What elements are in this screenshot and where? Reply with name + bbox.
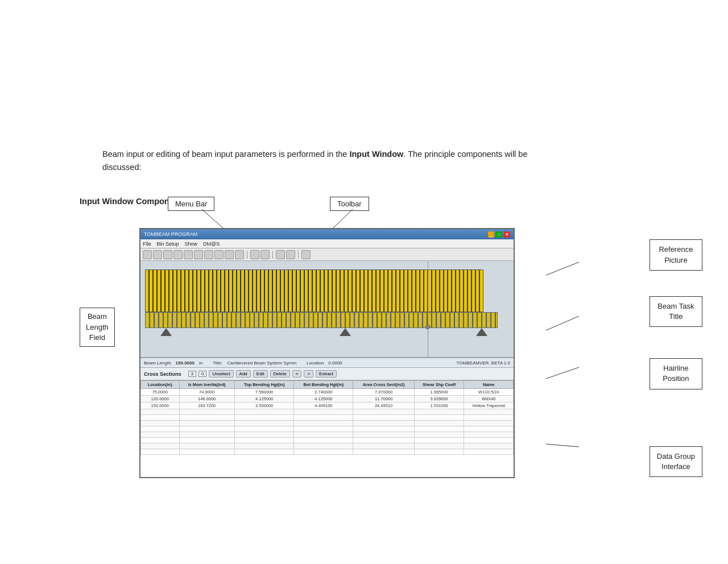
toolbar-icon-3[interactable] (163, 250, 172, 259)
title-label: Title: (213, 360, 222, 366)
table-row-empty (141, 421, 514, 426)
cell-loc-3: 150.0000 (141, 403, 180, 409)
table-row-empty (141, 432, 514, 438)
cell-shear-1: 1.965000 (414, 389, 464, 396)
beam-length-unit: in (199, 360, 202, 366)
toolbar-icon-13[interactable] (276, 250, 285, 259)
page-container: Beam input or editing of beam input para… (0, 0, 728, 564)
table-row[interactable]: 150.0000 183.7200 3.500000 4.409100 24.4… (141, 403, 514, 409)
svg-line-6 (546, 444, 579, 447)
cell-area-1: 7.070000 (353, 389, 415, 396)
data-table: Location(in) Iz Mom Inertia(in4) Top Ben… (140, 380, 514, 455)
col-iz-mom: Iz Mom Inertia(in4) (179, 381, 234, 389)
close-button[interactable]: ✕ (504, 231, 510, 238)
menu-bar-callout: Menu Bar (168, 197, 214, 211)
toolbar-icon-6[interactable] (194, 250, 203, 259)
cs-number1: 3 (188, 371, 196, 377)
toolbar-icon-10[interactable] (235, 250, 244, 259)
cross-sections-panel: Cross Sections 3 0 Unselect Add Edit Del… (140, 368, 514, 380)
cs-number2: 0 (198, 371, 206, 377)
minimize-button[interactable]: _ (488, 231, 494, 238)
cell-area-2: 11.70000 (353, 396, 415, 403)
beam-visualization (140, 261, 514, 358)
cell-shear-3: 1.531000 (414, 403, 464, 409)
support-right (476, 328, 487, 337)
prev-button[interactable]: < (292, 370, 302, 378)
col-area: Area Cross Sect(in2) (353, 381, 415, 389)
beam-length-label: Beam Length (144, 360, 171, 366)
toolbar-icon-14[interactable] (286, 250, 295, 259)
status-bar: Beam Length 150.0000 in Title: Cantileve… (140, 358, 514, 368)
cell-loc-1: 75.0000 (141, 389, 180, 396)
cell-name-3: Hollow Trapezoid (464, 403, 514, 409)
cell-top-1: 7.560000 (234, 389, 294, 396)
toolbar-icon-12[interactable] (260, 250, 270, 259)
hairline-position-callout: HairlinePosition (650, 358, 702, 389)
edit-button[interactable]: Edit (253, 370, 268, 378)
cell-top-2: 4.125000 (234, 396, 294, 403)
reference-picture-callout: ReferencePicture (650, 239, 702, 270)
intro-text-part1: Beam input or editing of beam input para… (102, 150, 349, 159)
add-button[interactable]: Add (236, 370, 251, 378)
toolbar-icon-7[interactable] (204, 250, 213, 259)
cell-bot-2: 4.125000 (294, 396, 353, 403)
toolbar-icon-4[interactable] (173, 250, 183, 259)
app-titlebar: TOMBEAM PROGRAM _ □ ✕ (140, 229, 514, 239)
svg-marker-7 (160, 328, 172, 336)
cross-sections-label: Cross Sections (144, 371, 181, 377)
toolbar-icon-5[interactable] (184, 250, 193, 259)
location-label: Location (307, 360, 324, 366)
toolbar-icon-11[interactable] (250, 250, 259, 259)
col-location: Location(in) (141, 381, 180, 389)
cell-shear-2: 3.929000 (414, 396, 464, 403)
table-row-empty (141, 449, 514, 455)
menu-show[interactable]: Show (185, 241, 198, 247)
toolbar-icon-2[interactable] (153, 250, 162, 259)
intro-bold: Input Window (349, 150, 403, 159)
toolbar-icon-15[interactable] (301, 250, 311, 259)
table-row-empty (141, 426, 514, 432)
cell-name-1: W110.5/24 (464, 389, 514, 396)
delete-button[interactable]: Delete (270, 370, 290, 378)
support-left (160, 328, 172, 337)
table-row[interactable]: 75.0000 74.9000 7.560000 2.740000 7.0700… (141, 389, 514, 396)
table-row-empty (141, 443, 514, 449)
extract-button[interactable]: Extract (316, 370, 337, 378)
location-value: 0.0000 (328, 360, 342, 366)
beam-task-title-callout: Beam TaskTitle (650, 296, 702, 327)
beam-length-value: 150.0000 (176, 360, 195, 366)
toolbar-sep-2 (272, 251, 273, 259)
toolbar-icon-8[interactable] (214, 250, 224, 259)
unselect-button[interactable]: Unselect (209, 370, 233, 378)
col-top-bend: Top Bending Hgt(in) (234, 381, 294, 389)
data-table-container: Location(in) Iz Mom Inertia(in4) Top Ben… (140, 380, 514, 477)
col-bot-bend: Bot Bending Hgt(in) (294, 381, 353, 389)
table-row-empty (141, 415, 514, 421)
title-value: Cantilevered Beam System Symm (227, 360, 296, 366)
hairline-point (425, 325, 430, 329)
cell-name-2: W8X40 (464, 396, 514, 403)
toolbar-icon-1[interactable] (143, 250, 152, 259)
cell-bot-3: 4.409100 (294, 403, 353, 409)
cell-top-3: 3.500000 (234, 403, 294, 409)
intro-text: Beam input or editing of beam input para… (102, 148, 546, 174)
version: TOMBEAMVER. BETA 1.0 (457, 360, 510, 366)
toolbar-sep-1 (247, 251, 247, 259)
toolbar-sep-3 (298, 251, 299, 259)
table-row[interactable]: 120.0000 146.0000 4.125000 4.125000 11.7… (141, 396, 514, 403)
toolbar-icon-9[interactable] (225, 250, 234, 259)
menu-dmas[interactable]: DM@S (203, 241, 220, 247)
col-name: Name (464, 381, 514, 389)
menu-binsetup[interactable]: Bin Setup (157, 241, 179, 247)
next-button[interactable]: > (304, 370, 313, 378)
toolbar-callout: Toolbar (330, 197, 369, 211)
app-title: TOMBEAM PROGRAM (144, 231, 197, 237)
support-middle (340, 328, 351, 337)
table-row-empty (141, 409, 514, 415)
svg-line-3 (546, 316, 579, 330)
svg-marker-8 (340, 328, 351, 336)
menu-file[interactable]: File (143, 241, 151, 247)
maximize-button[interactable]: □ (496, 231, 502, 238)
titlebar-buttons: _ □ ✕ (488, 231, 510, 238)
svg-line-2 (546, 262, 579, 275)
